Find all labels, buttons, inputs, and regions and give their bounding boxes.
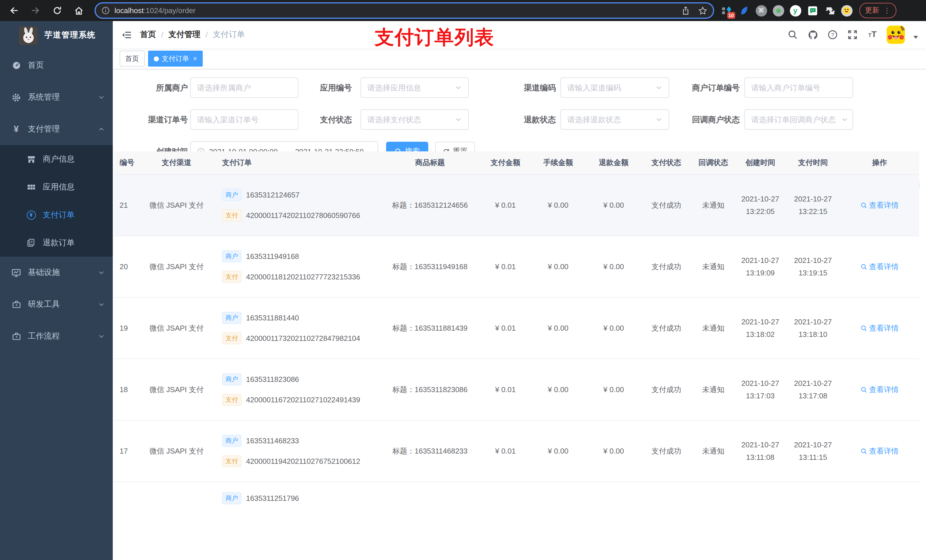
sidebar-item-dev-tools[interactable]: 研发工具 [0,288,113,320]
extension-icon-puzzle[interactable] [823,5,835,17]
breadcrumb-pay[interactable]: 支付管理 [169,30,200,40]
pay-status-select[interactable] [360,109,469,130]
extension-icon-1[interactable]: 10 [721,5,733,17]
channel-order-no-input[interactable] [197,115,292,124]
copy-document-icon [26,238,36,248]
app-select[interactable] [360,77,469,98]
sidebar-item-pay-order[interactable]: ¥ 支付订单 [0,201,113,229]
tab-home[interactable]: 首页 [120,51,145,66]
filter-row-1: 所属商户 应用编号 渠道编码 商户订单编号 [113,77,926,109]
sidebar-item-infra[interactable]: 基础设施 [0,257,113,288]
view-detail-link[interactable]: 查看详情 [861,261,899,272]
view-detail-link[interactable]: 查看详情 [861,200,899,210]
extension-tray: 10 ⌘ y [721,5,853,17]
extension-icon-emoji[interactable] [841,5,853,17]
browser-menu-dots-icon[interactable]: ⋮ [883,6,891,15]
merchant-select[interactable] [190,77,298,98]
sidebar-logo[interactable]: 芋道管理系统 [0,21,113,50]
breadcrumb-home[interactable]: 首页 [140,30,156,40]
avatar-caret-icon[interactable] [914,36,918,38]
cell-refund: ¥ 0.00 [587,201,641,210]
cell-fee: ¥ 0.00 [530,385,587,394]
created-time: 13:11:08 [746,453,774,462]
home-icon[interactable] [71,3,86,18]
filter-label: 支付状态 [284,109,352,130]
search-icon[interactable] [787,29,799,41]
channel-code-select[interactable] [560,77,669,98]
cell-action: 查看详情 [840,385,919,395]
cell-channel: 微信 JSAPI 支付 [139,446,213,456]
pay-status-input[interactable] [367,115,453,124]
tab-pay-order[interactable]: 支付订单 × [148,51,203,66]
notify-status-select[interactable] [744,109,853,130]
browser-update-button[interactable]: 更新 ⋮ [859,3,896,18]
notify-status-input[interactable] [751,115,839,124]
sidebar-item-pay[interactable]: ¥ 支付管理 [0,113,113,145]
cell-pay-order: 商户 1635311251796 [213,482,379,504]
paid-time: 13:19:15 [799,269,827,277]
logo-image [19,26,38,45]
channel-code-input[interactable] [567,83,653,92]
merchant-order-no: 1635311881440 [246,314,299,322]
view-detail-link[interactable]: 查看详情 [861,446,899,456]
page-content: 所属商户 应用编号 渠道编码 商户订单编号 [113,69,926,560]
bookmark-star-icon[interactable] [698,6,707,15]
sidebar-item-label: 应用信息 [43,182,105,192]
sidebar-fold-icon[interactable] [117,26,136,44]
merchant-tag: 商户 [222,492,242,504]
merchant-input[interactable] [197,83,292,92]
created-time: 13:17:03 [746,391,775,400]
fullscreen-icon[interactable] [847,29,858,41]
pay-tag: 支付 [222,394,242,406]
font-size-icon[interactable]: TT [867,29,878,41]
view-detail-link[interactable]: 查看详情 [861,385,899,395]
extension-icon-y[interactable]: y [789,5,801,17]
cell-channel: 微信 JSAPI 支付 [139,323,213,333]
sidebar-item-label: 基础设施 [28,267,91,278]
merchant-order-no-input[interactable] [751,83,846,92]
sidebar-item-refund-order[interactable]: 退款订单 [0,229,113,257]
tab-close-icon[interactable]: × [193,55,197,62]
pay-tag: 支付 [222,271,242,283]
refund-status-input[interactable] [567,115,653,124]
cell-action: 查看详情 [840,446,919,456]
merchant-order-no-field[interactable] [744,77,853,98]
view-detail-link[interactable]: 查看详情 [861,323,899,333]
app-input[interactable] [367,83,453,92]
sidebar-item-app-info[interactable]: 应用信息 [0,173,113,201]
sidebar-item-merchant-info[interactable]: 商户信息 [0,145,113,173]
url-bar[interactable]: localhost:1024/pay/order [95,2,714,19]
site-info-icon[interactable] [101,6,110,15]
active-tab-dot [154,56,159,61]
cell-amount: ¥ 0.01 [481,201,530,210]
extension-icon-chat[interactable] [806,5,819,17]
forward-icon[interactable] [27,3,43,18]
extension-icon-dot[interactable] [772,5,784,17]
sidebar-item-system[interactable]: 系统管理 [0,82,113,113]
share-icon[interactable] [681,6,690,15]
created-time: 13:19:09 [746,269,775,277]
cell-amount: ¥ 0.01 [481,324,530,332]
cell-fee: ¥ 0.00 [530,263,587,271]
cell-channel: 微信 JSAPI 支付 [139,385,213,395]
extension-icon-command[interactable]: ⌘ [755,5,767,17]
tab-label: 支付订单 [162,54,189,63]
merchant-tag: 商户 [222,435,242,447]
cell-created: 2021-10-27 13:17:03 [735,379,786,400]
refund-status-select[interactable] [560,109,669,130]
extension-badge: 10 [727,12,735,19]
chevron-up-icon [98,126,105,133]
sidebar-item-workflow[interactable]: 工作流程 [0,320,113,352]
avatar[interactable] [887,26,905,44]
reload-icon[interactable] [49,3,65,18]
created-date: 2021-10-27 [741,441,779,449]
sidebar-item-home[interactable]: 首页 [0,50,113,82]
extension-icon-2[interactable] [738,5,750,17]
channel-order-no-field[interactable] [190,109,298,130]
paid-time: 13:18:10 [799,330,827,339]
help-icon[interactable]: ? [827,29,838,41]
github-icon[interactable] [807,29,819,41]
merchant-order-no: 1635311823086 [246,375,299,383]
back-icon[interactable] [6,3,22,18]
cell-title: 标题：1635311823086 [379,385,481,395]
